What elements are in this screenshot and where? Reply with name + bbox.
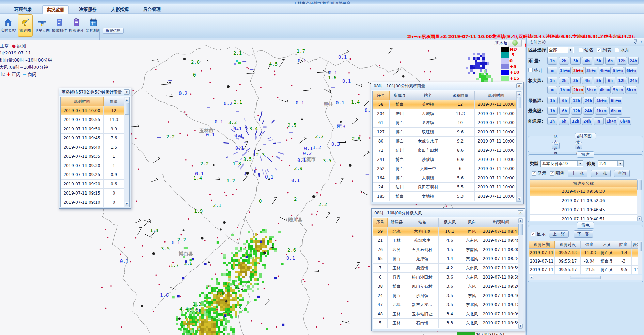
table-row[interactable]: 72陆川良田车田村8.62019-07-11 10:00	[373, 146, 516, 155]
interval-button-6h[interactable]: 6h	[559, 117, 569, 125]
table-row[interactable]: 24博白沙河镇3.5东风2019-07-11 09:46	[373, 291, 518, 300]
column-header-陡度[interactable]: 陡度	[615, 241, 632, 249]
dropdown-arrow-icon[interactable]: ▼	[568, 47, 573, 53]
table-row[interactable]: 185博白文地镇5.32019-07-11 10:00	[373, 192, 516, 201]
pin-icon[interactable]	[634, 39, 638, 44]
interval-button-24h[interactable]: 24h	[583, 97, 594, 104]
table-row[interactable]: 2019-07-11 09:200.6	[61, 180, 124, 189]
interval-button-1h+m[interactable]: 1h+m	[595, 107, 608, 115]
table-row[interactable]: 164博白大垌镇5.62019-07-11 10:00	[373, 173, 516, 183]
interval-button-3h[interactable]: 3h	[570, 77, 581, 84]
scroll-down-icon[interactable]: ▼	[125, 202, 129, 206]
radar-type-dropdown[interactable]: 基本反射率19▼	[540, 160, 583, 167]
scroll-down-icon[interactable]: ▼	[637, 216, 642, 221]
interval-button-2h+m[interactable]: 2h+m	[572, 67, 584, 74]
close-icon[interactable]: ×	[124, 89, 130, 95]
zoom-plus-button[interactable]: +	[508, 40, 522, 47]
interval-button-6h+m[interactable]: 6h+m	[625, 67, 637, 74]
table-row[interactable]: 252博白文地一中62019-07-11 10:00	[373, 164, 516, 173]
column-header-观测时次[interactable]: 观测时次	[555, 241, 581, 249]
interval-button-1h+m[interactable]: 1h+m	[559, 67, 571, 74]
interval-button-4h+m[interactable]: 4h+m	[599, 86, 611, 94]
table-row[interactable]: 2019-07-11 09:351	[61, 152, 124, 161]
scroll-thumb[interactable]	[570, 276, 601, 279]
table-row[interactable]: 48玉林玉林站旧址3.4东北风2019-07-11 09:09	[373, 309, 518, 319]
scroll-up-icon[interactable]: ▲	[517, 91, 521, 96]
interval-button-4h+m[interactable]: 4h+m	[599, 67, 611, 74]
interval-button-2h[interactable]: 2h	[559, 57, 569, 65]
button-查询[interactable]: 查询	[614, 170, 630, 177]
tab-实况监测[interactable]: 实况监测	[42, 5, 69, 14]
interval-button-6h+m[interactable]: 6h+m	[609, 107, 622, 115]
column-header-观测时间[interactable]: 观测时间	[61, 97, 104, 106]
checkbox-lightning-show[interactable]: ✓	[531, 232, 535, 236]
table-row[interactable]: 2019-07-11 09:150	[61, 189, 124, 198]
interval-button-1h[interactable]: 1h	[547, 107, 558, 115]
horizontal-scrollbar[interactable]: ◄►	[529, 275, 642, 280]
column-header-站名[interactable]: 站名	[410, 91, 446, 100]
checkbox-统计[interactable]	[528, 68, 533, 72]
table-row[interactable]: 5玉林石南镇3.3东北风2019-07-11 09:59	[373, 319, 518, 328]
toolbar-button-预警制作[interactable]: 预警制作	[52, 14, 67, 37]
dropdown-arrow-icon[interactable]: ▼	[617, 161, 623, 166]
column-header-所属县[interactable]: 所属县	[390, 91, 410, 100]
interval-button-1h[interactable]: 1h	[547, 57, 557, 65]
table-row[interactable]: 2019-07-1109:57:13-11.03博白县-1.4	[529, 249, 639, 257]
interval-button-24h[interactable]: 24h	[628, 77, 639, 84]
close-icon[interactable]: ×	[518, 210, 523, 215]
table-row[interactable]: 2019-07-11 10:0012	[61, 106, 124, 115]
scroll-thumb[interactable]	[518, 224, 523, 235]
table-row[interactable]: 76容县石头石剑村4.5东南风2019-07-11 08:08	[373, 245, 518, 254]
toolbar-button-检验评分[interactable]: 检验评分	[69, 14, 84, 37]
interval-button-5h+m[interactable]: 5h+m	[612, 86, 624, 94]
column-header-区县[interactable]: 区县	[598, 241, 615, 249]
button-直接查询[interactable]: 直接查询	[575, 142, 582, 149]
interval-button-m[interactable]: m	[547, 67, 557, 74]
table-row[interactable]: 80博白老虎头水库9.22019-07-11 10:00	[373, 137, 516, 146]
table-row[interactable]: 2019-07-11 09:5511.3	[61, 115, 124, 124]
table-row[interactable]: 38博白凤山立石村3.6东风2019-07-11 09:26	[373, 282, 518, 291]
table-row[interactable]: 7玉林卖酒镇4.2东南风2019-07-11 09:59	[373, 264, 518, 273]
interval-button-1h[interactable]: 1h	[547, 117, 557, 125]
column-header-极大风[interactable]: 极大风	[439, 218, 461, 227]
button-下一张[interactable]: 下一张	[591, 170, 611, 177]
table-row[interactable]: 204陆川古城镇11.32019-07-11 10:00	[373, 109, 516, 118]
checkbox-radar-show[interactable]: ✓	[532, 171, 536, 176]
interval-button-24h[interactable]: 24h	[628, 57, 639, 65]
lightning-table-scrollbar[interactable]	[638, 241, 642, 274]
county-select-dropdown[interactable]: 全部▼	[547, 47, 574, 53]
interval-button-3h+m[interactable]: 3h+m	[585, 86, 597, 94]
column-header-观测日期[interactable]: 观测日期	[529, 241, 555, 249]
checkbox-列表[interactable]: ✓	[597, 48, 601, 52]
interval-button-6h[interactable]: 6h	[605, 77, 615, 84]
table-row[interactable]: 59北流大容山顶10.1西风2019-07-11 08:47	[373, 227, 518, 236]
table-row[interactable]: 61博白龙潭镇102019-07-11 10:00	[373, 118, 516, 128]
interval-button-2h[interactable]: 2h	[559, 77, 569, 84]
interval-button-24h[interactable]: 24h	[583, 107, 594, 115]
interval-button-6h+m[interactable]: 6h+m	[609, 97, 622, 104]
column-header-误差[interactable]: 误差	[632, 241, 639, 249]
checkbox-站名[interactable]	[579, 48, 583, 52]
button-下一张[interactable]: 下一张	[574, 230, 593, 238]
toolbar-button-实时监控[interactable]: 实时监控	[1, 14, 16, 37]
scroll-thumb[interactable]	[517, 97, 521, 108]
table-row[interactable]: 6容县松山沙田村3.6东南风2019-07-11 09:59	[373, 273, 518, 282]
tab-环境气象[interactable]: 环境气象	[10, 5, 36, 14]
checkbox-水系[interactable]	[615, 48, 619, 52]
column-header-序号[interactable]: 序号	[373, 91, 390, 100]
toolbar-button-监控刷新[interactable]: 监控刷新	[86, 14, 101, 37]
interval-button-6h[interactable]: 6h	[559, 107, 570, 115]
table-row[interactable]: 47北流新丰大罗…3.5东北风2019-07-11 09:12	[373, 300, 518, 309]
table-row[interactable]: 2019-07-1109:55:17-21.5博白县-9.511	[529, 266, 639, 274]
interval-button-12h[interactable]: 12h	[571, 97, 582, 104]
vertical-scrollbar[interactable]: ▲▼	[518, 218, 523, 329]
button-上一张[interactable]: 上一张	[549, 230, 569, 238]
tab-后台管理[interactable]: 后台管理	[139, 5, 165, 14]
interval-button-6h+m[interactable]: 6h+m	[625, 86, 637, 94]
interval-button-5h[interactable]: 5h	[594, 57, 604, 65]
button-上一张[interactable]: 上一张	[568, 170, 587, 177]
scroll-thumb[interactable]	[639, 242, 642, 251]
table-row[interactable]: 58博白英桥镇122019-07-11 10:00	[373, 100, 516, 109]
column-header-强度[interactable]: 强度	[581, 241, 598, 249]
interval-button-12h[interactable]: 12h	[571, 107, 582, 115]
